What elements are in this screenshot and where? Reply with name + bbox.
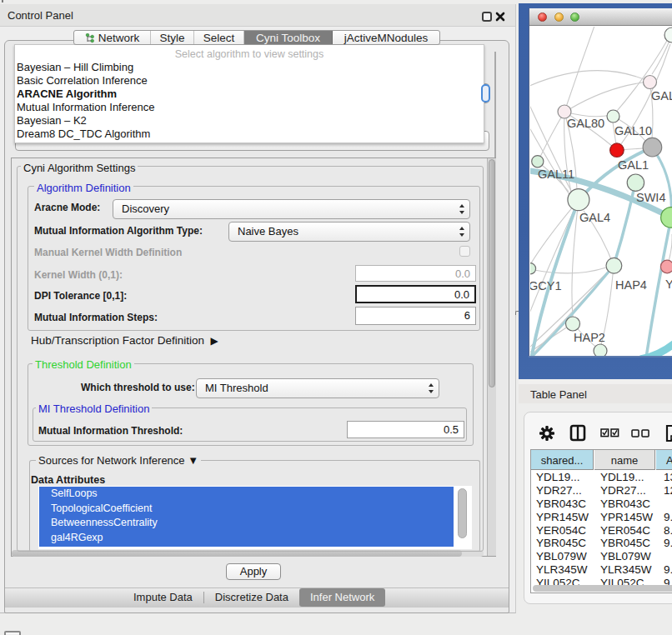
svg-text:GAL1: GAL1 [618, 158, 649, 172]
svg-text:GAL: GAL [651, 89, 672, 102]
svg-text:SWI4: SWI4 [636, 191, 665, 204]
svg-text:GAL80: GAL80 [567, 117, 604, 130]
svg-text:GAL10: GAL10 [614, 124, 652, 138]
svg-text:GAL4: GAL4 [579, 211, 610, 224]
svg-text:HAP2: HAP2 [574, 331, 605, 344]
svg-text:GAL11: GAL11 [538, 168, 574, 181]
svg-text:Y: Y [665, 278, 672, 291]
svg-text:HAP4: HAP4 [615, 278, 647, 292]
svg-text:GCY1: GCY1 [530, 279, 562, 292]
